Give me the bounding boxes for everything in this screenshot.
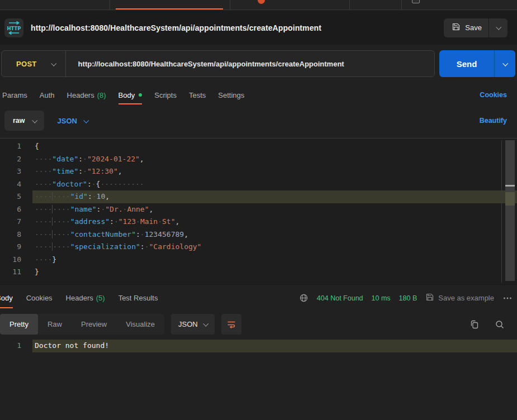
response-tab-body[interactable]: Body bbox=[0, 285, 13, 311]
line-number: 11 bbox=[0, 266, 26, 279]
body-format-toolbar: raw JSON Beautify bbox=[0, 107, 517, 134]
chevron-down-icon bbox=[502, 60, 508, 66]
save-button-main[interactable]: Save bbox=[444, 18, 488, 37]
line-content: } bbox=[32, 266, 517, 279]
view-preview[interactable]: Preview bbox=[72, 314, 116, 335]
search-icon[interactable] bbox=[495, 319, 505, 330]
http-request-icon: HTTP bbox=[4, 18, 23, 37]
response-body-lines: 1Doctor not found! bbox=[0, 340, 517, 352]
body-format-selector[interactable]: raw bbox=[4, 111, 44, 131]
headers-count-badge: (8) bbox=[97, 91, 106, 99]
method-selector[interactable]: POST bbox=[2, 51, 65, 77]
response-language-label: JSON bbox=[178, 320, 198, 328]
tab-headers[interactable]: Headers(8) bbox=[67, 83, 106, 107]
send-button[interactable]: Send bbox=[439, 50, 515, 77]
response-size[interactable]: 180 B bbox=[399, 294, 418, 302]
code-line[interactable]: 2····"date":·"2024-01-22", bbox=[0, 153, 517, 166]
tab-label: Body bbox=[118, 91, 135, 99]
code-line[interactable]: 11} bbox=[0, 266, 517, 279]
response-body-viewer[interactable]: 1Doctor not found! bbox=[0, 337, 517, 420]
request-title-row: HTTP http://localhost:8080/HealthcareSys… bbox=[0, 11, 517, 45]
more-options-icon[interactable] bbox=[502, 294, 513, 303]
response-tab-headers[interactable]: Headers(5) bbox=[66, 285, 105, 311]
line-content: ········"contactNumber":·123456789, bbox=[32, 228, 517, 241]
wrap-lines-button[interactable] bbox=[221, 314, 241, 335]
body-language-selector[interactable]: JSON bbox=[58, 117, 88, 125]
view-raw[interactable]: Raw bbox=[38, 314, 72, 335]
code-line[interactable]: 5········"id":·10, bbox=[0, 190, 517, 203]
response-view-switcher: Pretty Raw Preview Visualize bbox=[0, 314, 164, 335]
tab-label: Tests bbox=[189, 91, 206, 99]
save-icon bbox=[452, 22, 461, 33]
tab-params[interactable]: Params bbox=[2, 83, 27, 107]
response-toolbar-icons bbox=[469, 319, 505, 330]
code-line[interactable]: 7········"address":·"123·Main·St", bbox=[0, 216, 517, 228]
tab-auth[interactable]: Auth bbox=[40, 83, 55, 107]
app-window: HTTP http://localhost:8080/HealthcareSys… bbox=[0, 0, 517, 420]
line-content: { bbox=[32, 140, 517, 153]
line-content: Doctor not found! bbox=[32, 340, 517, 352]
method-label: POST bbox=[16, 60, 37, 68]
response-meta: 404 Not Found 10 ms 180 B Save as exampl… bbox=[299, 293, 513, 303]
response-tab-test-results[interactable]: Test Results bbox=[118, 285, 158, 311]
line-content: ····"time":·"12:30", bbox=[32, 165, 517, 178]
code-line[interactable]: 9········"specialization":·"Cardiology" bbox=[0, 241, 517, 254]
request-body-editor[interactable]: 1{2····"date":·"2024-01-22",3····"time":… bbox=[0, 138, 517, 284]
tab-scripts[interactable]: Scripts bbox=[154, 83, 177, 107]
save-options-button[interactable] bbox=[489, 18, 507, 37]
response-headers-count-badge: (5) bbox=[96, 294, 105, 302]
line-content: ········"name":·"Dr.·Anne", bbox=[32, 203, 517, 216]
response-tab-cookies[interactable]: Cookies bbox=[26, 285, 53, 311]
tab-divider bbox=[349, 0, 350, 10]
send-options-button[interactable] bbox=[495, 62, 515, 66]
tab-label: Cookies bbox=[26, 294, 53, 302]
tab-settings[interactable]: Settings bbox=[218, 83, 244, 107]
line-number: 5 bbox=[0, 190, 26, 203]
copy-icon[interactable] bbox=[469, 319, 480, 330]
network-globe-icon[interactable] bbox=[299, 293, 309, 303]
save-icon bbox=[425, 293, 434, 303]
tab-label: Body bbox=[0, 294, 13, 302]
code-line[interactable]: 8········"contactNumber":·123456789, bbox=[0, 228, 517, 241]
cookies-link[interactable]: Cookies bbox=[480, 91, 507, 99]
wrap-lines-icon bbox=[226, 319, 236, 330]
code-line[interactable]: 1Doctor not found! bbox=[0, 340, 517, 352]
line-number: 6 bbox=[0, 203, 26, 216]
response-language-selector[interactable]: JSON bbox=[171, 314, 215, 335]
code-line[interactable]: 4····"doctor":·{·········· bbox=[0, 178, 517, 191]
tab-divider bbox=[401, 0, 402, 10]
save-as-example-button[interactable]: Save as example bbox=[425, 293, 494, 303]
request-tabs: Params Auth Headers(8) Body Scripts Test… bbox=[0, 83, 517, 107]
status-badge[interactable]: 404 Not Found bbox=[317, 294, 363, 302]
save-button-label: Save bbox=[465, 23, 482, 32]
code-line[interactable]: 10····} bbox=[0, 254, 517, 266]
chevron-down-icon bbox=[203, 321, 208, 327]
unsaved-changes-dot-icon bbox=[258, 0, 265, 4]
scrollbar-highlight-marker bbox=[505, 192, 515, 206]
code-line[interactable]: 3····"time":·"12:30", bbox=[0, 165, 517, 178]
save-button[interactable]: Save bbox=[444, 18, 507, 37]
tab-label: Auth bbox=[40, 91, 55, 99]
tab-body[interactable]: Body bbox=[118, 83, 143, 107]
tab-divider bbox=[110, 0, 110, 10]
view-visualize[interactable]: Visualize bbox=[116, 314, 164, 335]
editor-scrollbar-border bbox=[501, 140, 502, 283]
line-content: ····"doctor":·{·········· bbox=[32, 178, 517, 191]
line-content: ········"address":·"123·Main·St", bbox=[32, 216, 517, 228]
chevron-down-icon bbox=[496, 25, 501, 30]
chevron-down-icon bbox=[83, 117, 89, 123]
chevron-down-icon bbox=[32, 117, 37, 123]
body-language-label: JSON bbox=[58, 117, 77, 125]
editor-scrollbar[interactable] bbox=[505, 140, 515, 281]
active-tab-underline bbox=[116, 8, 223, 9]
view-pretty[interactable]: Pretty bbox=[0, 314, 38, 335]
tab-divider bbox=[230, 0, 230, 10]
url-input[interactable] bbox=[66, 51, 434, 77]
scrollbar-cursor-marker bbox=[505, 185, 515, 187]
line-content: ····} bbox=[32, 254, 517, 266]
response-time[interactable]: 10 ms bbox=[372, 294, 391, 302]
code-line[interactable]: 1{ bbox=[0, 140, 517, 153]
tab-tests[interactable]: Tests bbox=[189, 83, 206, 107]
code-line[interactable]: 6········"name":·"Dr.·Anne", bbox=[0, 203, 517, 216]
beautify-link[interactable]: Beautify bbox=[480, 117, 507, 125]
